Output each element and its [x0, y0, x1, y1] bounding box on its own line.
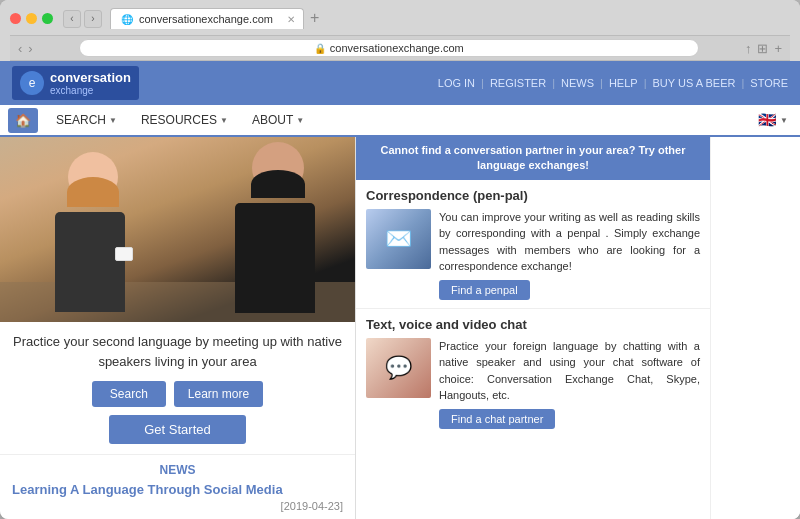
news-article-1: Learning A Language Through Social Media…	[12, 482, 343, 519]
nav-about-dropdown: ▼	[296, 116, 304, 125]
right-sidebar	[710, 137, 800, 519]
flag-selector[interactable]: 🇬🇧 ▼	[754, 107, 792, 133]
sidebar-icon[interactable]: ⊞	[757, 41, 768, 56]
penpal-thumbnail: ✉️	[366, 209, 431, 269]
address-bar[interactable]: 🔒 conversationexchange.com	[79, 39, 699, 57]
nav-resources[interactable]: RESOURCES ▼	[129, 105, 240, 135]
address-forward[interactable]: ›	[28, 41, 32, 56]
logo-conversation: conversation	[50, 70, 131, 85]
back-button[interactable]: ‹	[63, 10, 81, 28]
chat-title: Text, voice and video chat	[366, 317, 700, 332]
nav-resources-label: RESOURCES	[141, 113, 217, 127]
chat-thumbnail: 💬	[366, 338, 431, 398]
find-penpal-button[interactable]: Find a penpal	[439, 280, 530, 300]
flag-icon: 🇬🇧	[758, 111, 777, 129]
nav-search-dropdown: ▼	[109, 116, 117, 125]
traffic-lights	[10, 13, 53, 24]
sep5: |	[741, 77, 744, 89]
nav-bar: 🏠 SEARCH ▼ RESOURCES ▼ ABOUT ▼ 🇬🇧 ▼	[0, 105, 800, 137]
help-link[interactable]: HELP	[609, 77, 638, 89]
nav-search-label: SEARCH	[56, 113, 106, 127]
logo[interactable]: e conversation exchange	[12, 66, 139, 100]
tab-close-icon[interactable]: ✕	[287, 14, 295, 25]
minimize-button[interactable]	[26, 13, 37, 24]
news-section: NEWS Learning A Language Through Social …	[0, 455, 355, 519]
address-back[interactable]: ‹	[18, 41, 22, 56]
header-links: LOG IN | REGISTER | NEWS | HELP | BUY US…	[438, 77, 788, 89]
learn-more-button[interactable]: Learn more	[174, 381, 263, 407]
penpal-title: Correspondence (pen-pal)	[366, 188, 700, 203]
share-icon[interactable]: ↑	[745, 41, 752, 56]
sep1: |	[481, 77, 484, 89]
logo-text: conversation exchange	[50, 70, 131, 96]
site-header: e conversation exchange LOG IN | REGISTE…	[0, 61, 800, 105]
close-button[interactable]	[10, 13, 21, 24]
forward-button[interactable]: ›	[84, 10, 102, 28]
news-label: NEWS	[12, 463, 343, 477]
login-link[interactable]: LOG IN	[438, 77, 475, 89]
browser-tab[interactable]: 🌐 conversationexchange.com ✕	[110, 8, 304, 29]
news-link[interactable]: NEWS	[561, 77, 594, 89]
logo-icon: e	[20, 71, 44, 95]
tab-icon: 🌐	[121, 14, 133, 25]
nav-search[interactable]: SEARCH ▼	[44, 105, 129, 135]
right-panel: Cannot find a conversation partner in yo…	[355, 137, 710, 519]
find-chat-button[interactable]: Find a chat partner	[439, 409, 555, 429]
url-text: conversationexchange.com	[330, 42, 464, 54]
sep4: |	[644, 77, 647, 89]
sep3: |	[600, 77, 603, 89]
page-content: e conversation exchange LOG IN | REGISTE…	[0, 61, 800, 519]
store-link[interactable]: STORE	[750, 77, 788, 89]
chat-desc: Practice your foreign language by chatti…	[439, 338, 700, 404]
tab-title: conversationexchange.com	[139, 13, 273, 25]
news-text-1: Personal Learning Network (PLN) is somet…	[12, 515, 343, 519]
right-banner: Cannot find a conversation partner in yo…	[356, 137, 710, 180]
chat-item: Text, voice and video chat 💬 Practice yo…	[356, 309, 710, 437]
news-title-1[interactable]: Learning A Language Through Social Media	[12, 482, 343, 497]
penpal-item: Correspondence (pen-pal) ✉️ You can impr…	[356, 180, 710, 309]
logo-exchange: exchange	[50, 85, 131, 96]
lock-icon: 🔒	[314, 43, 326, 54]
beer-link[interactable]: BUY US A BEER	[652, 77, 735, 89]
nav-about[interactable]: ABOUT ▼	[240, 105, 316, 135]
get-started-button[interactable]: Get Started	[109, 415, 245, 444]
penpal-desc: You can improve your writing as well as …	[439, 209, 700, 275]
home-button[interactable]: 🏠	[8, 108, 38, 133]
new-tab-button[interactable]: +	[304, 9, 325, 27]
hero-text-section: Practice your second language by meeting…	[0, 322, 355, 455]
nav-about-label: ABOUT	[252, 113, 293, 127]
sep2: |	[552, 77, 555, 89]
nav-resources-dropdown: ▼	[220, 116, 228, 125]
plus-icon[interactable]: +	[774, 41, 782, 56]
flag-dropdown: ▼	[780, 116, 788, 125]
register-link[interactable]: REGISTER	[490, 77, 546, 89]
hero-tagline: Practice your second language by meeting…	[10, 332, 345, 371]
search-button[interactable]: Search	[92, 381, 166, 407]
hero-image	[0, 137, 355, 322]
fullscreen-button[interactable]	[42, 13, 53, 24]
news-date-1: [2019-04-23]	[12, 500, 343, 512]
